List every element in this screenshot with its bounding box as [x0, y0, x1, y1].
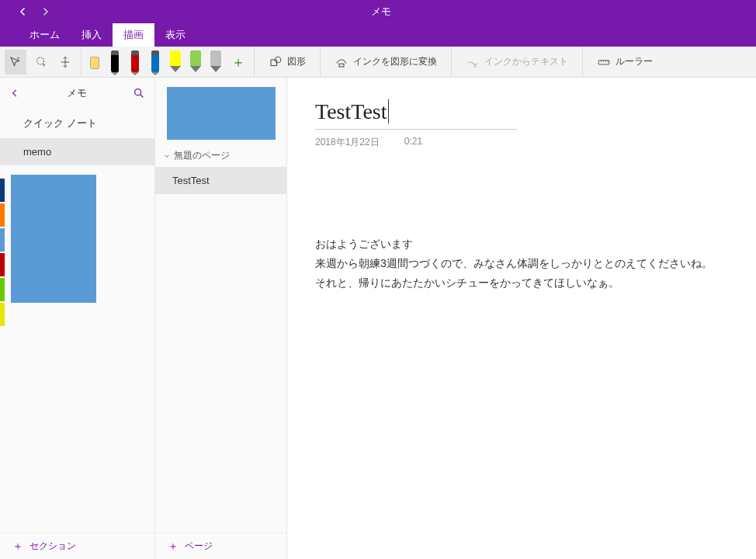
shapes-icon	[269, 55, 283, 69]
pen-tool-1[interactable]	[106, 49, 123, 75]
section-color-tab-1[interactable]	[0, 203, 5, 227]
note-body-line[interactable]: おはようございます	[315, 234, 728, 254]
ruler-icon	[597, 55, 611, 69]
section-color-tab-2[interactable]	[0, 228, 5, 252]
svg-text:a: a	[473, 61, 477, 68]
note-body-line[interactable]: 来週から朝練3週間つづくので、みなさん体調をしっかりととのえてくださいね。	[315, 254, 728, 273]
ruler-button[interactable]: ルーラー	[588, 47, 662, 77]
search-button[interactable]	[133, 87, 145, 99]
sections-pane: メモ クイック ノートmemo ＋ セクション	[0, 78, 155, 559]
app-title: メモ	[68, 5, 694, 19]
svg-rect-5	[339, 64, 344, 67]
ink-to-text-button: a インクからテキスト	[456, 47, 577, 77]
pen-tool-3[interactable]	[147, 49, 164, 75]
ink-to-text-icon: a	[466, 55, 480, 69]
add-section-label: セクション	[29, 540, 76, 553]
section-item-0[interactable]: クイック ノート	[0, 109, 154, 138]
svg-text:+: +	[42, 61, 46, 68]
tab-insert[interactable]: 挿入	[71, 23, 113, 47]
pen-tool-2[interactable]	[127, 49, 144, 75]
add-section-button[interactable]: ＋ セクション	[0, 533, 154, 559]
search-icon	[133, 87, 145, 99]
page-thumbnail[interactable]	[167, 87, 276, 140]
note-body-line[interactable]: それと、帰りにあたたかいシチューをかってきてほしいなぁ。	[315, 273, 728, 293]
ink-to-shape-button[interactable]: インクを図形に変換	[325, 47, 446, 77]
note-content[interactable]: TestTest 2018年1月22日 0:21 おはようございます来週から朝練…	[287, 78, 756, 559]
nav-forward-button[interactable]	[37, 4, 53, 19]
section-item-1[interactable]: memo	[0, 138, 154, 165]
ribbon-tabs: ホーム 挿入 描画 表示	[0, 23, 756, 47]
tab-draw[interactable]: 描画	[113, 23, 154, 47]
sections-back-button[interactable]	[9, 88, 20, 99]
section-color-tab-5[interactable]	[0, 303, 5, 326]
lasso-icon: +	[33, 55, 47, 69]
note-body[interactable]: おはようございます来週から朝練3週間つづくので、みなさん体調をしっかりととのえて…	[315, 234, 728, 293]
svg-text:T: T	[17, 56, 20, 61]
section-color-tab-0[interactable]	[0, 179, 5, 202]
add-page-button[interactable]: ＋ ページ	[155, 533, 286, 559]
cursor-text-icon: T	[9, 55, 23, 69]
sections-title: メモ	[20, 86, 133, 100]
hl-tool-5[interactable]	[187, 49, 204, 75]
pan-icon	[58, 55, 72, 69]
title-bar: メモ	[0, 0, 756, 23]
chevron-left-icon	[9, 88, 20, 99]
page-group-label: 無題のページ	[174, 149, 230, 162]
page-item-0[interactable]: TestTest	[155, 167, 286, 194]
tab-view[interactable]: 表示	[154, 23, 196, 47]
note-time: 0:21	[404, 136, 422, 149]
arrow-left-icon	[16, 5, 30, 19]
add-page-label: ページ	[185, 540, 213, 553]
section-preview	[0, 165, 154, 312]
shapes-button[interactable]: 図形	[259, 47, 315, 77]
main-area: メモ クイック ノートmemo ＋ セクション 無題のページ TestTest …	[0, 78, 756, 559]
chevron-down-icon	[163, 152, 171, 160]
svg-rect-7	[598, 60, 609, 64]
arrow-right-icon	[38, 5, 52, 19]
page-group-header[interactable]: 無題のページ	[155, 144, 286, 167]
section-color-tab-3[interactable]	[0, 253, 5, 276]
add-pen-button[interactable]: ＋	[227, 50, 249, 75]
ink-to-shape-label: インクを図形に変換	[353, 55, 437, 68]
note-title[interactable]: TestTest	[315, 99, 389, 123]
svg-rect-3	[271, 60, 277, 66]
eraser-tool-0[interactable]	[86, 49, 103, 75]
pan-tool-button[interactable]	[54, 50, 76, 75]
ribbon: T + ＋ 図形 インクを図形に変換 a インクからテキスト ルーラー	[0, 47, 756, 78]
nav-back-button[interactable]	[16, 4, 31, 19]
svg-point-8	[135, 89, 141, 95]
ink-to-shape-icon	[335, 55, 349, 69]
note-date: 2018年1月22日	[315, 136, 380, 149]
shapes-label: 図形	[287, 55, 306, 68]
section-color-tab-4[interactable]	[0, 278, 5, 301]
plus-icon: ＋	[168, 540, 179, 554]
hl-tool-6[interactable]	[207, 49, 224, 75]
ruler-label: ルーラー	[616, 55, 653, 68]
plus-icon: ＋	[231, 53, 245, 71]
select-tool-button[interactable]: T	[5, 50, 26, 75]
tab-home[interactable]: ホーム	[19, 23, 71, 47]
ink-to-text-label: インクからテキスト	[484, 55, 568, 68]
eraser-icon	[90, 57, 99, 69]
plus-icon: ＋	[12, 540, 23, 554]
lasso-tool-button[interactable]: +	[29, 50, 51, 75]
pages-pane: 無題のページ TestTest ＋ ページ	[155, 78, 287, 559]
hl-tool-4[interactable]	[167, 49, 184, 75]
